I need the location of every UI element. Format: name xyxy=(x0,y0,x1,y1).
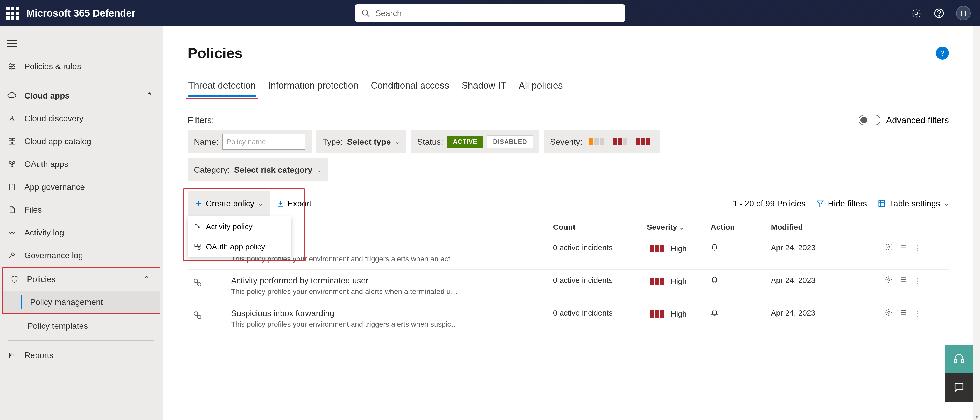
filter-type[interactable]: Type: Select type ⌄ xyxy=(316,130,406,153)
main-content: Policies ? Threat detection Information … xyxy=(163,27,980,420)
cloud-icon xyxy=(7,91,17,100)
row-list-icon[interactable] xyxy=(899,243,907,253)
severity-high-button[interactable] xyxy=(633,136,653,147)
col-severity[interactable]: Severity ⌄ xyxy=(644,218,708,237)
col-action[interactable]: Action xyxy=(708,218,768,237)
activity-policy-icon xyxy=(194,223,201,230)
svg-rect-51 xyxy=(962,360,964,363)
row-more-icon[interactable]: ⋮ xyxy=(914,309,922,318)
table-row[interactable]: Activity performed by terminated user Th… xyxy=(188,270,949,302)
headset-fab[interactable] xyxy=(945,345,973,373)
hide-filters-button[interactable]: Hide filters xyxy=(816,199,867,208)
row-more-icon[interactable]: ⋮ xyxy=(914,243,922,253)
dropdown-oauth-app-policy[interactable]: OAuth app policy xyxy=(188,237,291,257)
nav-hamburger[interactable] xyxy=(0,32,162,55)
svg-point-10 xyxy=(10,68,12,70)
vertical-scrollbar[interactable]: ▾ xyxy=(973,27,980,420)
settings-icon[interactable] xyxy=(910,8,922,19)
svg-line-1 xyxy=(367,14,369,17)
filter-category[interactable]: Category: Select risk category ⌄ xyxy=(188,158,328,181)
nav-cloud-discovery[interactable]: Cloud discovery xyxy=(0,107,162,130)
advanced-filters-toggle[interactable] xyxy=(859,115,880,125)
policy-type-icon xyxy=(191,309,204,322)
tab-threat-detection[interactable]: Threat detection xyxy=(188,76,256,97)
svg-rect-29 xyxy=(879,200,885,207)
nav-policy-templates[interactable]: Policy templates xyxy=(0,315,162,337)
svg-rect-15 xyxy=(13,142,15,145)
nav-app-governance[interactable]: App governance xyxy=(0,175,162,198)
nav-policy-management[interactable]: Policy management xyxy=(3,291,160,313)
filter-name-input[interactable] xyxy=(223,134,305,150)
app-launcher-icon[interactable] xyxy=(6,7,19,20)
row-settings-icon[interactable] xyxy=(885,309,892,318)
svg-point-4 xyxy=(939,16,940,16)
nav-cloud-app-catalog[interactable]: Cloud app catalog xyxy=(0,130,162,153)
chat-icon xyxy=(953,382,965,393)
severity-low-button[interactable] xyxy=(587,136,607,147)
nav-governance-log[interactable]: Governance log xyxy=(0,244,162,267)
table-settings-button[interactable]: Table settings ⌄ xyxy=(878,199,949,208)
nav-label: Policies xyxy=(27,275,56,284)
tab-all-policies[interactable]: All policies xyxy=(518,76,563,97)
discovery-icon xyxy=(7,114,17,123)
status-active-button[interactable]: ACTIVE xyxy=(447,135,483,148)
filter-category-value: Select risk category xyxy=(234,165,312,175)
help-icon[interactable] xyxy=(933,8,945,19)
nav-cloud-apps[interactable]: Cloud apps ⌃ xyxy=(0,84,162,107)
filter-type-value: Select type xyxy=(347,137,391,147)
row-settings-icon[interactable] xyxy=(885,276,892,285)
svg-point-18 xyxy=(11,165,13,167)
left-nav: Policies & rules Cloud apps ⌃ Cloud disc… xyxy=(0,27,163,420)
filter-severity: Severity: xyxy=(544,130,660,153)
bell-icon xyxy=(711,244,718,253)
user-avatar[interactable]: TT xyxy=(956,6,970,21)
nav-reports[interactable]: Reports xyxy=(0,344,162,367)
menu-icon xyxy=(7,40,17,47)
svg-point-2 xyxy=(915,12,918,14)
nav-highlight-policies: Policies ⌃ Policy management xyxy=(2,267,161,314)
svg-rect-26 xyxy=(195,244,197,247)
tab-shadow-it[interactable]: Shadow IT xyxy=(461,76,507,97)
global-search[interactable] xyxy=(355,5,625,22)
table-row[interactable]: Suspicious inbox forwarding This policy … xyxy=(188,302,949,335)
nav-oauth-apps[interactable]: OAuth apps xyxy=(0,153,162,175)
svg-point-44 xyxy=(194,312,197,315)
filters-label: Filters: xyxy=(188,115,214,125)
row-settings-icon[interactable] xyxy=(885,243,892,253)
col-modified[interactable]: Modified xyxy=(768,218,882,237)
svg-point-0 xyxy=(363,10,368,15)
row-more-icon[interactable]: ⋮ xyxy=(914,276,922,285)
nav-label: Activity log xyxy=(24,228,64,237)
svg-rect-14 xyxy=(9,142,11,145)
row-list-icon[interactable] xyxy=(899,276,907,285)
shield-icon xyxy=(10,275,19,284)
tab-information-protection[interactable]: Information protection xyxy=(267,76,359,97)
dropdown-activity-policy[interactable]: Activity policy xyxy=(188,216,291,237)
severity-medium-button[interactable] xyxy=(610,136,630,147)
nav-policies[interactable]: Policies ⌃ xyxy=(3,268,160,291)
status-disabled-button[interactable]: DISABLED xyxy=(487,135,533,148)
search-input[interactable] xyxy=(375,8,619,18)
severity-text: High xyxy=(671,310,687,318)
feedback-fab[interactable] xyxy=(945,373,973,402)
nav-label: Policy templates xyxy=(27,321,88,331)
svg-point-24 xyxy=(195,224,197,226)
nav-activity-log[interactable]: Activity log xyxy=(0,221,162,244)
bell-icon xyxy=(711,277,718,285)
chevron-down-icon: ⌄ xyxy=(679,224,684,231)
nav-policies-rules[interactable]: Policies & rules xyxy=(0,55,162,78)
svg-point-34 xyxy=(888,246,890,248)
activity-icon xyxy=(7,228,17,237)
nav-label: Cloud apps xyxy=(24,91,70,100)
nav-files[interactable]: Files xyxy=(0,198,162,221)
policy-name: Suspicious inbox forwarding xyxy=(231,309,547,318)
filter-status: Status: ACTIVE DISABLED xyxy=(411,130,539,153)
row-list-icon[interactable] xyxy=(899,309,907,318)
col-count[interactable]: Count xyxy=(550,218,644,237)
tab-conditional-access[interactable]: Conditional access xyxy=(370,76,450,97)
file-icon xyxy=(7,205,17,215)
nav-label: Policies & rules xyxy=(24,62,81,71)
advanced-filters-label: Advanced filters xyxy=(886,115,949,125)
svg-point-28 xyxy=(198,247,200,250)
page-help-button[interactable]: ? xyxy=(936,47,949,60)
